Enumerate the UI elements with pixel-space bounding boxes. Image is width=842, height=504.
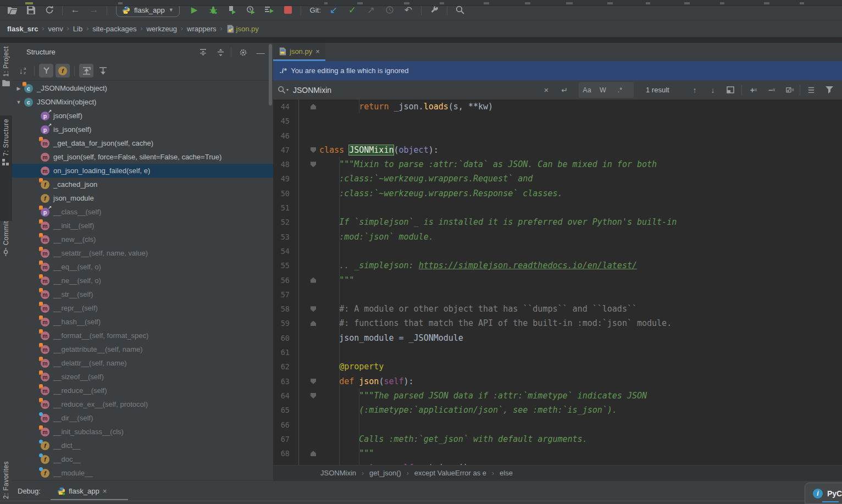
- code-line[interactable]: 64 """The parsed JSON data if :attr:`mim…: [273, 389, 842, 403]
- editor-breadcrumb-item[interactable]: get_json(): [369, 469, 401, 477]
- structure-scrollbar[interactable]: [269, 44, 272, 106]
- code-line[interactable]: 62 @property: [273, 359, 842, 374]
- hide-panel-icon[interactable]: —: [255, 47, 266, 58]
- stripe-tab-favorites[interactable]: 2: Favorites: [0, 458, 12, 504]
- filter-lines-icon[interactable]: ☰: [805, 80, 817, 99]
- structure-tree-item[interactable]: mget_json(self, force=False, silent=Fals…: [12, 150, 273, 164]
- structure-tree-item[interactable]: f_cached_json: [12, 178, 273, 191]
- structure-tree-item[interactable]: m__reduce_ex__(self, protocol): [12, 397, 273, 411]
- code-editor[interactable]: 44 return _json.loads(s, **kw)454647clas…: [273, 99, 842, 465]
- stripe-tab-project[interactable]: 1: Project: [0, 43, 12, 121]
- stripe-tab-commit[interactable]: Commit: [0, 218, 12, 285]
- code-line[interactable]: 51: [273, 201, 842, 215]
- structure-tree-item[interactable]: p↗json(self): [12, 109, 273, 123]
- scroll-from-source-icon[interactable]: [79, 64, 93, 77]
- code-line[interactable]: 46: [273, 129, 842, 143]
- code-line[interactable]: 52 If `simplejson`_ is installed it is p…: [273, 215, 842, 229]
- code-line[interactable]: 49 :class:`~werkzeug.wrappers.Request` a…: [273, 171, 842, 186]
- open-in-find-window-icon[interactable]: [725, 80, 736, 99]
- breadcrumb-item[interactable]: flask_src: [7, 25, 38, 33]
- code-line[interactable]: 59 #: functions that match the API of th…: [273, 316, 842, 330]
- breadcrumb-item[interactable]: venv: [48, 25, 63, 33]
- close-debug-tab-icon[interactable]: ×: [103, 487, 107, 495]
- structure-tree-item[interactable]: m__init__(self): [12, 219, 273, 232]
- code-line[interactable]: 53 :mod:`json` module.: [273, 230, 842, 244]
- fold-start-icon[interactable]: [311, 147, 316, 153]
- structure-tree-item[interactable]: m__hash__(self): [12, 315, 273, 329]
- sort-alphabetically-icon[interactable]: ↓az: [15, 64, 30, 77]
- code-line[interactable]: 66: [273, 418, 842, 432]
- search-query[interactable]: JSONMixin: [293, 86, 331, 95]
- structure-tree-item[interactable]: m__delattr__(self, name): [12, 356, 273, 370]
- previous-occurrence-icon[interactable]: ↑: [689, 80, 700, 99]
- search-icon[interactable]: [278, 86, 286, 94]
- breadcrumb-item[interactable]: site-packages: [92, 25, 136, 33]
- match-case-toggle[interactable]: Aa: [581, 80, 593, 99]
- code-line[interactable]: 56 """: [273, 273, 842, 287]
- structure-tree-item[interactable]: f__module__: [12, 466, 273, 480]
- code-line[interactable]: 57: [273, 287, 842, 302]
- code-line[interactable]: 68 """: [273, 446, 842, 461]
- fold-end-icon[interactable]: [311, 320, 316, 326]
- group-methods-icon[interactable]: [39, 64, 53, 77]
- chevron-down-icon[interactable]: ▼: [14, 99, 23, 105]
- select-all-occurrences-icon[interactable]: ☑II: [783, 80, 796, 99]
- clear-search-icon[interactable]: ×: [541, 80, 552, 99]
- tab-json-py[interactable]: json.py ×: [273, 43, 325, 61]
- popup-link-clipped[interactable]: [822, 501, 839, 502]
- structure-tree-item[interactable]: m__ne__(self, o): [12, 274, 273, 287]
- new-line-icon[interactable]: ↵: [559, 80, 570, 99]
- stripe-tab-structure[interactable]: 7: Structure: [0, 115, 12, 221]
- next-occurrence-icon[interactable]: ↓: [707, 80, 718, 99]
- structure-tree-item[interactable]: mon_json_loading_failed(self, e): [12, 164, 273, 178]
- search-history-chevron-icon[interactable]: ▾: [286, 87, 289, 92]
- filter-search-icon[interactable]: [823, 80, 836, 99]
- structure-tree-item[interactable]: ▶c_JSONModule(object): [12, 81, 273, 95]
- breadcrumb-item[interactable]: wrappers: [187, 25, 216, 33]
- structure-tree-item[interactable]: m__init_subclass__(cls): [12, 425, 273, 439]
- structure-tree-item[interactable]: fjson_module: [12, 191, 273, 205]
- structure-tree-item[interactable]: m__setattr__(self, name, value): [12, 246, 273, 260]
- breadcrumb-item[interactable]: Lib: [73, 25, 82, 33]
- structure-tree-item[interactable]: m__getattribute__(self, name): [12, 342, 273, 356]
- structure-tree-item[interactable]: f__dict__: [12, 439, 273, 452]
- show-fields-icon[interactable]: f: [56, 64, 70, 77]
- words-toggle[interactable]: W: [598, 80, 608, 99]
- code-line[interactable]: 47class JSONMixin(object):: [273, 143, 842, 157]
- regex-toggle[interactable]: .*: [615, 80, 625, 99]
- structure-tree-item[interactable]: m__str__(self): [12, 287, 273, 301]
- code-line[interactable]: 67 Calls :meth:`get_json` with default a…: [273, 432, 842, 446]
- structure-tree-item[interactable]: f__doc__: [12, 452, 273, 466]
- expand-all-icon[interactable]: [197, 47, 208, 58]
- code-line[interactable]: 54: [273, 244, 842, 258]
- editor-breadcrumb-item[interactable]: else: [500, 469, 513, 477]
- code-line[interactable]: 69 return self.get_json(): [273, 461, 842, 465]
- structure-tree-item[interactable]: m__new__(cls): [12, 232, 273, 246]
- code-line[interactable]: 58 #: A module or other object that has …: [273, 302, 842, 316]
- structure-tree-item[interactable]: m__eq__(self, o): [12, 260, 273, 274]
- fold-start-icon[interactable]: [311, 162, 316, 167]
- navbar-file[interactable]: json.py: [226, 25, 259, 33]
- structure-tree-item[interactable]: m__dir__(self): [12, 411, 273, 425]
- fold-start-icon[interactable]: [311, 393, 316, 398]
- fold-start-icon[interactable]: [311, 379, 316, 384]
- structure-tree-item[interactable]: m__repr__(self): [12, 301, 273, 315]
- code-line[interactable]: 63 def json(self):: [273, 374, 842, 389]
- structure-tree-item[interactable]: p↗is_json(self): [12, 123, 273, 136]
- code-line[interactable]: 61: [273, 345, 842, 359]
- add-occurrence-icon[interactable]: +II: [747, 80, 760, 99]
- settings-gear-icon[interactable]: [237, 47, 248, 58]
- fold-end-icon[interactable]: [311, 278, 316, 283]
- code-line[interactable]: 48 """Mixin to parse :attr:`data` as JSO…: [273, 157, 842, 171]
- editor-breadcrumb-item[interactable]: except ValueError as e: [414, 469, 486, 477]
- code-line[interactable]: 44 return _json.loads(s, **kw): [273, 99, 842, 114]
- breadcrumb-item[interactable]: werkzeug: [146, 25, 177, 33]
- structure-tree-item[interactable]: m__sizeof__(self): [12, 370, 273, 384]
- code-line[interactable]: 55 .. _simplejson: https://simplejson.re…: [273, 258, 842, 273]
- structure-tree-item[interactable]: m__reduce__(self): [12, 384, 273, 397]
- code-line[interactable]: 60 json_module = _JSONModule: [273, 331, 842, 345]
- scroll-to-source-icon[interactable]: [96, 64, 110, 77]
- code-line[interactable]: 45: [273, 114, 842, 128]
- remove-occurrence-icon[interactable]: −II: [765, 80, 778, 99]
- structure-tree-item[interactable]: p↗__class__(self): [12, 205, 273, 219]
